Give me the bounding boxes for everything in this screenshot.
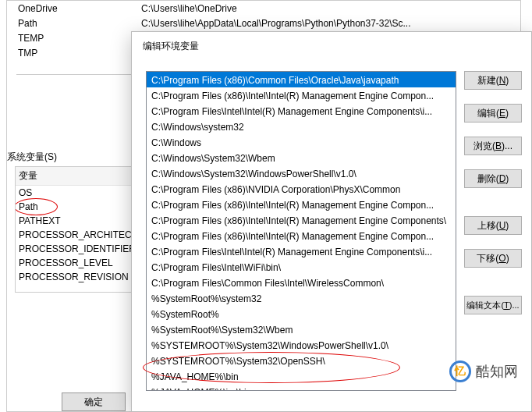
btn-label: 下移(O)	[477, 253, 509, 264]
sys-var-item[interactable]: PROCESSOR_LEVEL	[16, 256, 131, 270]
btn-label: 上移(U)	[477, 220, 509, 231]
user-var-value: C:\Users\lihe\OneDrive	[141, 3, 477, 14]
btn-label: 编辑文本(T)...	[466, 300, 519, 310]
sys-var-item[interactable]: PROCESSOR_REVISION	[16, 270, 131, 284]
path-entry-item[interactable]: %SYSTEMROOT%\System32\WindowsPowerShell\…	[147, 337, 456, 353]
logo-text: 酷知网	[476, 362, 518, 381]
system-variables-label: 系统变量(S)	[7, 151, 57, 164]
path-entry-item[interactable]: C:\Windows\System32\Wbem	[147, 150, 456, 165]
path-entry-item[interactable]: %JAVA_HOME%\jre\bin	[147, 384, 456, 391]
path-entry-item[interactable]: C:\Windows	[147, 134, 456, 150]
sys-var-item-path[interactable]: Path	[16, 200, 131, 214]
path-entry-item[interactable]: C:\Program Files (x86)\Intel\Intel(R) Ma…	[147, 197, 456, 212]
move-down-button[interactable]: 下移(O)	[464, 249, 522, 268]
path-entry-item[interactable]: C:\Program Files (x86)\NVIDIA Corporatio…	[147, 181, 456, 197]
path-entry-item[interactable]: C:\Windows\System32\WindowsPowerShell\v1…	[147, 165, 456, 181]
path-entry-item[interactable]: %JAVA_HOME%\bin	[147, 368, 456, 384]
edit-button[interactable]: 编辑(E)	[464, 104, 522, 123]
btn-label: 删除(D)	[477, 173, 509, 184]
btn-label: 浏览(B)...	[473, 140, 512, 151]
path-entry-item[interactable]: C:\Program Files (x86)\Common Files\Orac…	[147, 72, 456, 87]
btn-label: 编辑(E)	[477, 108, 509, 119]
sys-var-item[interactable]: PATHEXT	[16, 214, 131, 228]
logo-icon: 忆	[449, 360, 471, 382]
dialog-title: 编辑环境变量	[132, 32, 531, 59]
browse-button[interactable]: 浏览(B)...	[464, 137, 522, 155]
path-entry-item[interactable]: %SystemRoot%\system32	[147, 290, 456, 306]
path-entry-item[interactable]: C:\Program Files\Intel\Intel(R) Manageme…	[147, 243, 456, 259]
sys-var-item[interactable]: PROCESSOR_IDENTIFIER	[16, 242, 131, 256]
user-var-name: TMP	[16, 48, 141, 59]
edit-text-button[interactable]: 编辑文本(T)...	[464, 296, 522, 314]
move-up-button[interactable]: 上移(U)	[464, 216, 522, 235]
path-entry-item[interactable]: C:\Program Files\Common Files\Intel\Wire…	[147, 275, 456, 290]
delete-button[interactable]: 删除(D)	[464, 169, 522, 188]
new-button[interactable]: 新建(N)	[464, 71, 522, 90]
path-entry-item[interactable]: C:\Program Files\Intel\WiFi\bin\	[147, 259, 456, 275]
user-var-row[interactable]: Path C:\Users\lihe\AppData\Local\Program…	[16, 16, 477, 30]
sys-var-item[interactable]: PROCESSOR_ARCHITECT	[16, 228, 131, 242]
path-entry-item[interactable]: %SystemRoot%\System32\Wbem	[147, 321, 456, 337]
system-variables-list[interactable]: 变量 OS Path PATHEXT PROCESSOR_ARCHITECT P…	[15, 166, 132, 293]
user-var-name: TEMP	[16, 33, 141, 44]
watermark-logo: 忆 酷知网	[449, 360, 518, 382]
ok-button[interactable]: 确定	[62, 392, 126, 411]
path-entry-item[interactable]: C:\Program Files (x86)\Intel\Intel(R) Ma…	[147, 228, 456, 243]
sys-var-item[interactable]: OS	[16, 186, 131, 200]
user-var-name: OneDrive	[16, 3, 141, 14]
user-var-row[interactable]: OneDrive C:\Users\lihe\OneDrive	[16, 1, 477, 16]
user-var-name: Path	[16, 18, 141, 29]
sys-list-header: 变量	[16, 167, 131, 186]
user-var-value: C:\Users\lihe\AppData\Local\Programs\Pyt…	[141, 18, 477, 29]
path-entry-item[interactable]: %SYSTEMROOT%\System32\OpenSSH\	[147, 353, 456, 368]
path-entries-list[interactable]: C:\Program Files (x86)\Common Files\Orac…	[146, 71, 456, 391]
path-entry-item[interactable]: C:\Program Files\Intel\Intel(R) Manageme…	[147, 103, 456, 119]
path-entry-item[interactable]: C:\Program Files (x86)\Intel\Intel(R) Ma…	[147, 87, 456, 103]
path-entry-item[interactable]: %SystemRoot%	[147, 306, 456, 321]
path-entry-item[interactable]: C:\Windows\system32	[147, 119, 456, 134]
edit-env-var-dialog: 编辑环境变量 C:\Program Files (x86)\Common Fil…	[131, 31, 532, 412]
btn-label: 新建(N)	[477, 75, 509, 86]
dialog-buttons: 新建(N) 编辑(E) 浏览(B)... 删除(D) 上移(U) 下移(O) 编…	[464, 71, 522, 314]
path-entry-item[interactable]: C:\Program Files (x86)\Intel\Intel(R) Ma…	[147, 212, 456, 228]
